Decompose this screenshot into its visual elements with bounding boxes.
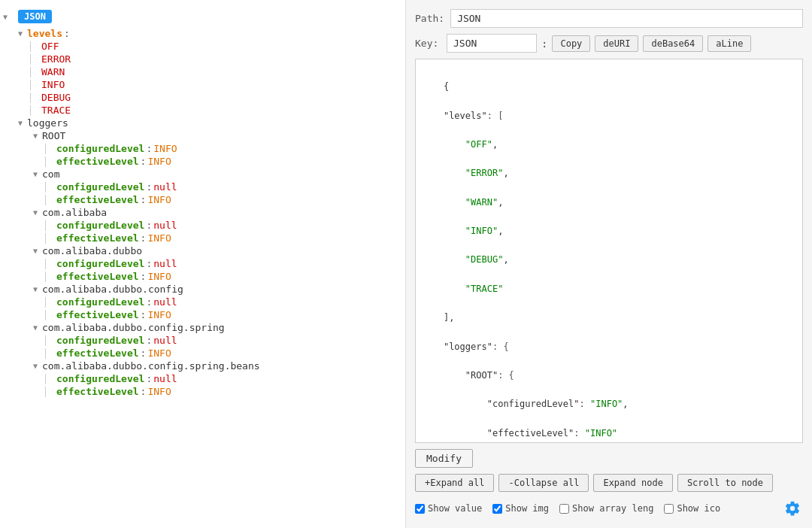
line xyxy=(45,233,46,244)
tree-root-configured[interactable]: configuredLevel : INFO xyxy=(0,142,405,155)
path-row: Path: xyxy=(415,9,803,28)
modify-row: Modify xyxy=(415,449,803,468)
tree-com-configured[interactable]: configuredLevel : null xyxy=(0,181,405,193)
tree-com-logger[interactable]: ▼ com xyxy=(0,168,405,181)
show-array-leng-text: Show array leng xyxy=(572,503,653,514)
line xyxy=(30,93,31,103)
config-collapse-icon: ▼ xyxy=(30,284,41,295)
json-editor[interactable]: { "levels": [ "OFF", "ERROR", "WARN", "I… xyxy=(415,59,803,443)
tree-dubbo-configured[interactable]: configuredLevel : null xyxy=(0,257,405,270)
checkbox-row: Show value Show img Show array leng Show… xyxy=(415,503,720,514)
loggers-key: loggers xyxy=(27,117,68,129)
colon-separator: : xyxy=(541,38,547,50)
show-value-checkbox[interactable] xyxy=(415,504,425,514)
show-value-label[interactable]: Show value xyxy=(415,503,482,514)
config-key: com.alibaba.dubbo.config xyxy=(42,284,183,295)
key-input[interactable] xyxy=(447,34,537,53)
level-off-val: OFF xyxy=(41,41,59,52)
tree-spring-configured[interactable]: configuredLevel : null xyxy=(0,334,405,347)
tree-com-alibaba-logger[interactable]: ▼ com.alibaba xyxy=(0,206,405,219)
com-effective-key: effectiveLevel xyxy=(56,194,139,205)
key-label: Key: xyxy=(415,38,442,49)
tree-level-debug[interactable]: DEBUG xyxy=(0,91,405,104)
show-array-leng-label[interactable]: Show array leng xyxy=(559,503,653,514)
com-collapse-icon: ▼ xyxy=(30,169,41,180)
beans-key: com.alibaba.dubbo.config.spring.beans xyxy=(42,360,260,372)
show-array-leng-checkbox[interactable] xyxy=(559,504,569,514)
com-logger-key: com xyxy=(42,168,59,180)
dubbo-collapse-icon: ▼ xyxy=(30,246,41,256)
gear-button[interactable] xyxy=(782,498,803,519)
show-value-text: Show value xyxy=(428,503,482,514)
deuri-button[interactable]: deURI xyxy=(595,35,638,52)
beans-effective-val: INFO xyxy=(147,386,171,397)
show-ico-checkbox[interactable] xyxy=(664,504,674,514)
tree-alibaba-effective[interactable]: effectiveLevel : INFO xyxy=(0,232,405,244)
tree-dubbo-effective[interactable]: effectiveLevel : INFO xyxy=(0,270,405,283)
tree-level-off[interactable]: OFF xyxy=(0,40,405,53)
tree-config-configured[interactable]: configuredLevel : null xyxy=(0,296,405,308)
tree-loggers-node[interactable]: ▼ loggers xyxy=(0,117,405,129)
line xyxy=(30,41,31,52)
scroll-to-node-button[interactable]: Scroll to node xyxy=(677,474,773,492)
show-img-text: Show img xyxy=(505,503,549,514)
tree-beans-logger[interactable]: ▼ com.alibaba.dubbo.config.spring.beans xyxy=(0,360,405,372)
root-tag: JSON xyxy=(18,10,52,23)
line xyxy=(45,144,46,154)
config-effective-val: INFO xyxy=(147,309,171,320)
level-warn-val: WARN xyxy=(41,66,65,77)
tree-beans-configured[interactable]: configuredLevel : null xyxy=(0,372,405,385)
tree-level-error[interactable]: ERROR xyxy=(0,53,405,65)
tree-dubbo-logger[interactable]: ▼ com.alibaba.dubbo xyxy=(0,244,405,257)
show-img-label[interactable]: Show img xyxy=(492,503,549,514)
show-ico-label[interactable]: Show ico xyxy=(664,503,720,514)
tree-levels-node[interactable]: ▼ levels : xyxy=(0,27,405,40)
tree-spring-logger[interactable]: ▼ com.alibaba.dubbo.config.spring xyxy=(0,321,405,334)
path-input[interactable] xyxy=(450,9,803,28)
tree-level-trace[interactable]: TRACE xyxy=(0,104,405,117)
effective-val-root: INFO xyxy=(147,156,171,167)
beans-configured-key: configuredLevel xyxy=(56,373,144,384)
tree-config-logger[interactable]: ▼ com.alibaba.dubbo.config xyxy=(0,283,405,296)
line xyxy=(45,348,46,359)
line xyxy=(45,335,46,346)
tree-spring-effective[interactable]: effectiveLevel : INFO xyxy=(0,347,405,360)
dubbo-key: com.alibaba.dubbo xyxy=(42,245,142,256)
tree-config-effective[interactable]: effectiveLevel : INFO xyxy=(0,308,405,321)
line xyxy=(45,156,46,167)
root-logger-key: ROOT xyxy=(42,130,65,141)
dubbo-configured-key: configuredLevel xyxy=(56,258,144,269)
aline-button[interactable]: aLine xyxy=(707,35,751,52)
expand-all-button[interactable]: +Expand all xyxy=(415,474,494,492)
spring-configured-val: null xyxy=(153,335,177,346)
tree-com-effective[interactable]: effectiveLevel : INFO xyxy=(0,193,405,206)
show-ico-text: Show ico xyxy=(677,503,720,514)
show-img-checkbox[interactable] xyxy=(492,504,502,514)
line xyxy=(30,67,31,77)
collapse-icon: ▼ xyxy=(0,11,11,22)
levels-collapse-icon: ▼ xyxy=(15,29,26,39)
tree-alibaba-configured[interactable]: configuredLevel : null xyxy=(0,219,405,232)
tree-root-effective[interactable]: effectiveLevel : INFO xyxy=(0,155,405,168)
tree-level-warn[interactable]: WARN xyxy=(0,65,405,78)
tree-root[interactable]: ▼ JSON xyxy=(0,6,405,27)
tree-root-logger[interactable]: ▼ ROOT xyxy=(0,129,405,142)
level-trace-val: TRACE xyxy=(41,105,71,116)
beans-collapse-icon: ▼ xyxy=(30,361,41,372)
spring-configured-key: configuredLevel xyxy=(56,335,144,346)
tree-beans-effective[interactable]: effectiveLevel : INFO xyxy=(0,385,405,398)
collapse-all-button[interactable]: -Collapse all xyxy=(498,474,589,492)
spring-key: com.alibaba.dubbo.config.spring xyxy=(42,322,225,333)
com-configured-val: null xyxy=(153,181,177,193)
debase64-button[interactable]: deBase64 xyxy=(643,35,703,52)
config-configured-key: configuredLevel xyxy=(56,296,144,308)
copy-button[interactable]: Copy xyxy=(552,35,590,52)
tree-level-info[interactable]: INFO xyxy=(0,78,405,91)
right-panel: Path: Key: : Copy deURI deBase64 aLine {… xyxy=(406,0,812,528)
expand-node-button[interactable]: Expand node xyxy=(593,474,672,492)
level-info-val: INFO xyxy=(41,79,65,90)
line xyxy=(45,310,46,320)
levels-colon: : xyxy=(64,28,70,39)
tree-panel: ▼ JSON ▼ levels : OFF ERROR WARN INFO DE… xyxy=(0,0,406,528)
modify-button[interactable]: Modify xyxy=(415,449,473,468)
